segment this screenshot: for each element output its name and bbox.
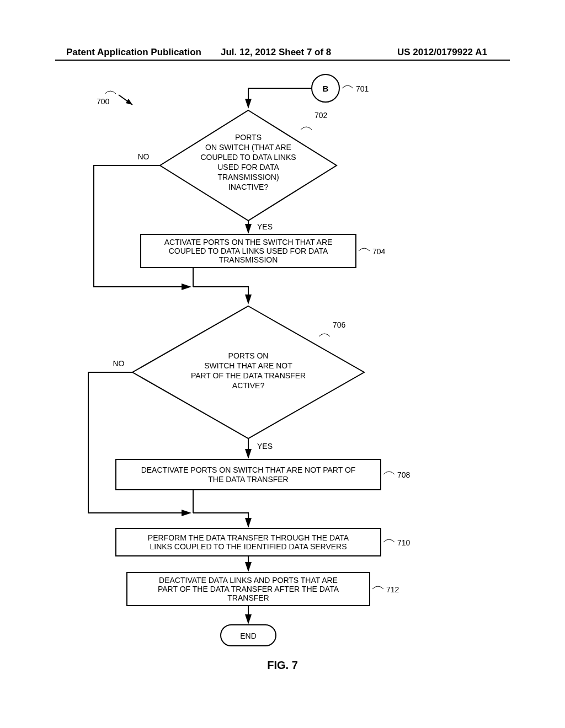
- p712-line3: TRANSFER: [227, 593, 269, 602]
- ref-704: 704: [372, 247, 386, 256]
- d702-line1: PORTS: [235, 133, 262, 142]
- edge-706-yes: YES: [257, 442, 273, 451]
- ref-708: 708: [397, 470, 411, 479]
- ref-701: 701: [356, 84, 369, 93]
- header-publication: Patent Application Publication: [66, 47, 201, 58]
- figure-caption: FIG. 7: [55, 659, 510, 672]
- edge-702-yes: YES: [257, 222, 273, 231]
- edge-706-no: NO: [113, 359, 125, 368]
- p704-line2: COUPLED TO DATA LINKS USED FOR DATA: [169, 247, 328, 255]
- d702-line5: TRANSMISSION): [217, 173, 279, 181]
- p704-line1: ACTIVATE PORTS ON THE SWITCH THAT ARE: [164, 238, 333, 247]
- d702-line6: INACTIVE?: [228, 183, 269, 191]
- d706-line2: SWITCH THAT ARE NOT: [204, 361, 292, 370]
- p710-line1: PERFORM THE DATA TRANSFER THROUGH THE DA…: [148, 533, 349, 542]
- ref-702: 702: [315, 111, 328, 120]
- ref-700: 700: [97, 97, 110, 106]
- p710-line2: LINKS COUPLED TO THE IDENTIFIED DATA SER…: [150, 542, 347, 551]
- p708-line1: DEACTIVATE PORTS ON SWITCH THAT ARE NOT …: [141, 465, 356, 474]
- header-patent-number: US 2012/0179922 A1: [397, 47, 487, 58]
- ref-706: 706: [333, 320, 346, 329]
- svg-marker-0: [126, 99, 132, 105]
- d702-line3: COUPLED TO DATA LINKS: [200, 153, 296, 162]
- flowchart-diagram: B 701 700 PORTS ON SWITCH (THAT ARE COUP…: [55, 72, 510, 706]
- ref-712: 712: [386, 585, 399, 594]
- header-rule: [55, 60, 510, 61]
- d706-line1: PORTS ON: [228, 351, 269, 360]
- header-date-sheet: Jul. 12, 2012 Sheet 7 of 8: [221, 47, 331, 58]
- d706-line3: PART OF THE DATA TRANSFER: [191, 371, 306, 380]
- d706-line4: ACTIVE?: [232, 381, 265, 390]
- connector-b-label: B: [323, 84, 329, 93]
- p712-line2: PART OF THE DATA TRANSFER AFTER THE DATA: [158, 585, 339, 593]
- p708-line2: THE DATA TRANSFER: [208, 475, 288, 484]
- d702-line4: USED FOR DATA: [217, 163, 279, 172]
- d702-line2: ON SWITCH (THAT ARE: [205, 143, 291, 152]
- end-label: END: [240, 631, 257, 640]
- ref-710: 710: [397, 538, 411, 547]
- p712-line1: DEACTIVATE DATA LINKS AND PORTS THAT ARE: [159, 576, 338, 585]
- edge-702-no: NO: [138, 152, 150, 161]
- p704-line3: TRANSMISSION: [219, 255, 278, 264]
